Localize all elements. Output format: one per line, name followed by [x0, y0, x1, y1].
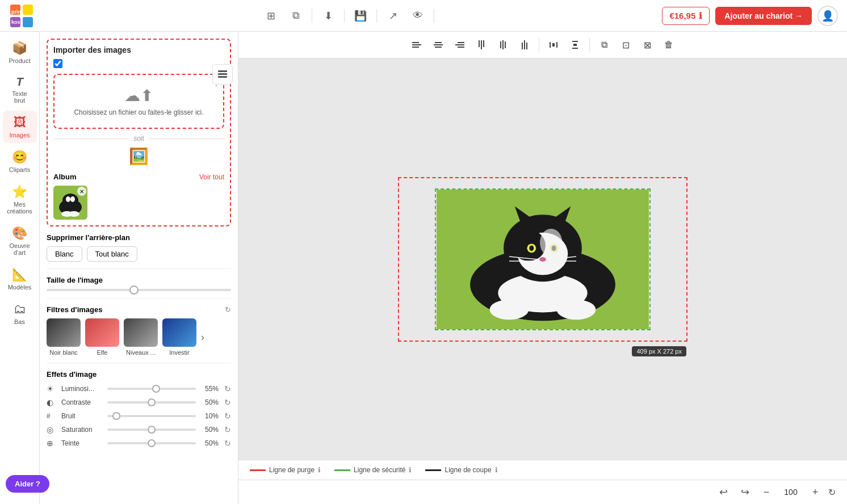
- transform-btn[interactable]: ⊠: [638, 36, 657, 53]
- svg-point-55: [490, 299, 529, 319]
- contraste-thumb[interactable]: [148, 398, 156, 406]
- sidebar-label-oeuvre-art: Oeuvre d'art: [6, 242, 33, 256]
- teinte-reset-icon[interactable]: ↻: [224, 439, 231, 448]
- share-btn[interactable]: ↗: [384, 7, 402, 25]
- sidebar-item-modeles[interactable]: 📐 Modèles: [3, 263, 37, 295]
- crop-icon-btn[interactable]: ⊞: [262, 7, 280, 25]
- coupe-line-indicator: [425, 469, 441, 471]
- svg-rect-13: [412, 42, 419, 43]
- teinte-slider[interactable]: [107, 442, 196, 444]
- album-thumbnail[interactable]: ✕: [53, 186, 87, 220]
- zoom-out-btn[interactable]: −: [758, 484, 775, 501]
- download-btn[interactable]: ⬇: [319, 7, 337, 25]
- duplicate-icon-btn[interactable]: ⧉: [287, 7, 305, 25]
- distribute-v-btn[interactable]: [565, 36, 585, 53]
- image-size-section: Taille de l'image: [47, 276, 231, 291]
- undo-btn[interactable]: ↩: [715, 484, 732, 501]
- svg-point-48: [529, 245, 534, 251]
- teinte-label: Teinte: [61, 439, 104, 447]
- filter-thumb-niveaux: [124, 318, 158, 347]
- coupe-info-icon[interactable]: ℹ: [495, 466, 498, 474]
- filter-label-elfe: Elfe: [97, 349, 108, 356]
- svg-text:kosa: kosa: [11, 19, 24, 25]
- canvas-wrapper: 409 px X 272 px: [238, 58, 847, 460]
- filter-elfe[interactable]: Elfe: [85, 318, 119, 356]
- sidebar-item-product[interactable]: 📦 Product: [3, 36, 37, 69]
- upload-dropzone[interactable]: ☁⬆ Choisissez un fichier ou faites-le gl…: [53, 74, 224, 129]
- saturation-reset-icon[interactable]: ↻: [224, 425, 231, 434]
- preview-btn[interactable]: 👁: [409, 7, 427, 25]
- filter-noir-blanc[interactable]: Noir blanc: [47, 318, 81, 356]
- filter-next-icon[interactable]: ›: [201, 331, 204, 343]
- canvas-toolbar: ⧉ ⊡ ⊠ 🗑: [238, 32, 847, 58]
- contraste-label: Contraste: [61, 398, 104, 406]
- save-btn[interactable]: 💾: [351, 7, 370, 25]
- distribute-h-btn[interactable]: [544, 36, 563, 53]
- bruit-reset-icon[interactable]: ↻: [224, 411, 231, 421]
- gallery-import-icon[interactable]: 🖼️: [53, 147, 224, 166]
- soit-text: soit: [133, 135, 144, 142]
- securite-line-indicator: [334, 469, 350, 471]
- filters-refresh-icon[interactable]: ↻: [225, 305, 231, 314]
- align-center-h-btn[interactable]: [429, 36, 448, 53]
- image-size-title: Taille de l'image: [47, 276, 231, 284]
- toolbar-divider-2: [589, 38, 590, 52]
- filter-niveaux[interactable]: Niveaux ...: [124, 318, 158, 356]
- redo-btn[interactable]: ↪: [736, 484, 753, 501]
- zoom-bar: ↩ ↪ − 100 + ↻: [238, 480, 847, 504]
- purge-label: Ligne de purge: [269, 466, 315, 474]
- contraste-slider[interactable]: [107, 401, 196, 404]
- zoom-in-btn[interactable]: +: [807, 484, 824, 501]
- sidebar-item-texte-brut[interactable]: T Texte brut: [3, 71, 37, 108]
- bg-blanc-button[interactable]: Blanc: [47, 246, 82, 262]
- luminosite-thumb[interactable]: [152, 385, 160, 393]
- bruit-thumb[interactable]: [112, 412, 120, 420]
- luminosite-slider[interactable]: [107, 388, 196, 390]
- bruit-slider[interactable]: [107, 415, 196, 417]
- bg-tout-blanc-button[interactable]: Tout blanc: [87, 246, 137, 262]
- saturation-value: 50%: [199, 426, 219, 434]
- upload-cloud-icon: ☁⬆: [61, 86, 216, 105]
- align-top-btn[interactable]: [472, 36, 491, 53]
- canvas-image-container[interactable]: 409 px X 272 px: [398, 177, 687, 342]
- album-view-all-link[interactable]: Voir tout: [199, 173, 224, 181]
- divider-3: [376, 9, 377, 23]
- align-bottom-btn[interactable]: [515, 36, 534, 53]
- copy-btn[interactable]: ⧉: [594, 36, 614, 53]
- svg-rect-18: [435, 47, 442, 48]
- zoom-reset-icon[interactable]: ↻: [828, 487, 836, 498]
- sidebar-item-images[interactable]: 🖼 Images: [3, 111, 37, 143]
- crop-canvas-btn[interactable]: ⊡: [616, 36, 635, 53]
- sidebar-item-mes-creations[interactable]: ⭐ Mes créations: [3, 180, 37, 219]
- luminosite-reset-icon[interactable]: ↻: [224, 384, 231, 393]
- sidebar-item-oeuvre-art[interactable]: 🎨 Oeuvre d'art: [3, 221, 37, 261]
- saturation-slider[interactable]: [107, 429, 196, 431]
- align-right-btn[interactable]: [450, 36, 469, 53]
- align-center-v-btn[interactable]: [493, 36, 513, 53]
- securite-info-icon[interactable]: ℹ: [409, 466, 412, 474]
- user-account-button[interactable]: 👤: [817, 6, 838, 26]
- svg-rect-16: [435, 42, 442, 43]
- bg-removal-title: Supprimer l'arrière-plan: [47, 233, 231, 242]
- sidebar-item-cliparts[interactable]: 😊 Cliparts: [3, 145, 37, 178]
- add-cart-button[interactable]: Ajouter au chariot →: [715, 7, 812, 25]
- price-button[interactable]: €16,95 ℹ: [662, 7, 710, 25]
- svg-rect-1: [23, 5, 33, 15]
- image-size-slider[interactable]: [47, 289, 231, 291]
- sidebar-item-bas[interactable]: 🗂 Bas: [3, 297, 37, 330]
- help-button[interactable]: Aider ?: [6, 475, 49, 493]
- saturation-thumb[interactable]: [148, 426, 156, 434]
- upload-checkbox[interactable]: [53, 59, 62, 68]
- price-info-icon: ℹ: [699, 11, 702, 21]
- svg-rect-22: [479, 40, 480, 47]
- sidebar-label-mes-creations: Mes créations: [6, 201, 33, 215]
- layers-button[interactable]: [212, 64, 233, 85]
- image-size-slider-thumb[interactable]: [129, 285, 139, 295]
- contraste-reset-icon[interactable]: ↻: [224, 398, 231, 407]
- delete-btn[interactable]: 🗑: [659, 36, 678, 53]
- album-delete-icon[interactable]: ✕: [77, 187, 86, 196]
- align-left-btn[interactable]: [407, 36, 426, 53]
- filter-investir[interactable]: Investir: [162, 318, 196, 356]
- teinte-thumb[interactable]: [148, 439, 156, 447]
- purge-info-icon[interactable]: ℹ: [318, 466, 321, 474]
